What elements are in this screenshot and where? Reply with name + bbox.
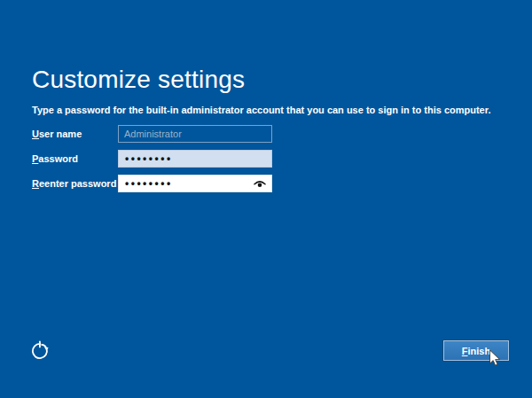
eye-icon[interactable] [254,179,266,189]
reenter-password-masked-value: •••••••• [119,176,173,191]
password-masked-value: •••••••• [119,151,173,167]
page-title: Customize settings [32,66,245,94]
username-label: User name [32,129,118,139]
ease-of-access-icon[interactable] [30,340,51,362]
page-subtitle: Type a password for the built-in adminis… [32,105,490,115]
form-row-reenter-password: Reenter password •••••••• [32,175,307,192]
password-input[interactable]: •••••••• [118,150,272,168]
reenter-password-input[interactable]: •••••••• [118,175,272,192]
username-input[interactable] [118,125,272,143]
password-label: Password [32,153,118,164]
form-row-password: Password •••••••• [32,150,307,168]
form-row-username: User name [32,125,307,143]
oobe-customize-settings-screen: Customize settings Type a password for t… [0,0,532,398]
reenter-password-label: Reenter password [32,178,118,189]
finish-button[interactable]: Finish [443,340,509,361]
